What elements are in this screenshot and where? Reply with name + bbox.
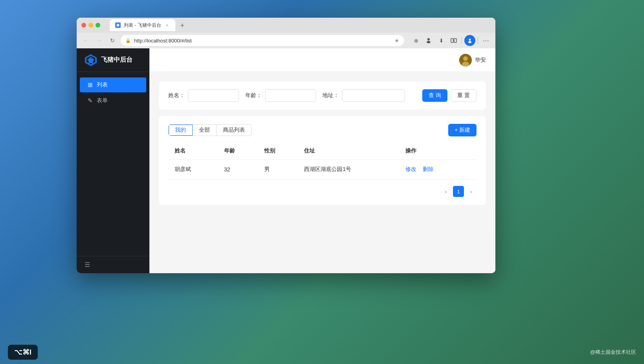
address-bar: ← → ↻ 🔒 http://localhost:8000/#/list ★ ⊕… <box>77 33 495 48</box>
sidebar-item-list-label: 列表 <box>97 81 108 88</box>
table-card: 我的 全部 商品列表 + 新建 姓名 年龄 性别 <box>159 116 486 205</box>
name-field: 姓名： <box>168 89 239 102</box>
col-header-address: 住址 <box>298 143 399 160</box>
edit-button[interactable]: 修改 <box>405 166 416 172</box>
tab-title: 列表 - 飞猪中后台 <box>124 22 161 29</box>
sidebar-toggle-button[interactable] <box>448 35 459 46</box>
sidebar-item-list[interactable]: ⊞ 列表 <box>80 77 146 92</box>
query-button[interactable]: 查 询 <box>422 89 447 102</box>
tab-favicon <box>115 22 121 28</box>
svg-marker-0 <box>116 24 120 27</box>
separator2 <box>478 37 478 44</box>
bookmark-icon: ★ <box>394 37 399 44</box>
user-name: 华安 <box>475 57 486 64</box>
browser-chrome: 列表 - 飞猪中后台 × + ← → ↻ 🔒 http://localhost:… <box>77 18 495 48</box>
svg-rect-4 <box>454 39 456 42</box>
tab-all-button[interactable]: 全部 <box>193 125 217 136</box>
col-header-actions: 操作 <box>399 143 477 160</box>
col-header-gender: 性别 <box>258 143 298 160</box>
profile-icon[interactable] <box>423 35 434 46</box>
sidebar-bottom: ☰ <box>77 256 149 273</box>
new-tab-button[interactable]: + <box>177 20 188 31</box>
app-logo-icon <box>85 54 97 66</box>
title-bar: 列表 - 飞猪中后台 × + <box>77 18 495 33</box>
browser-actions: ⊕ ⬇ <box>410 35 491 46</box>
address-field: 地址： <box>322 89 405 102</box>
pagination: ‹ 1 › <box>168 186 477 197</box>
separator <box>462 37 462 44</box>
form-nav-icon: ✎ <box>88 97 93 104</box>
tab-group: 我的 全部 商品列表 <box>168 124 252 136</box>
sidebar-collapse-button[interactable]: ☰ <box>85 261 90 268</box>
pagination-page-1-button[interactable]: 1 <box>453 186 464 197</box>
age-input[interactable] <box>265 89 316 102</box>
sidebar-logo: 飞猪中后台 <box>77 48 149 72</box>
main-header: 华安 <box>149 48 495 72</box>
bottom-bar: ⌥⌘I @稀土掘金技术社区 <box>0 340 644 364</box>
pagination-next-button[interactable]: › <box>466 186 477 197</box>
table-header: 姓名 年龄 性别 住址 操作 <box>168 143 477 160</box>
address-input[interactable] <box>342 89 405 102</box>
svg-rect-3 <box>451 39 453 42</box>
back-button[interactable]: ← <box>81 35 91 46</box>
table-toolbar: 我的 全部 商品列表 + 新建 <box>168 124 477 136</box>
search-form: 姓名： 年龄： 地址： 查 询 重 置 <box>159 81 486 110</box>
age-label: 年龄： <box>245 92 262 99</box>
watermark: @稀土掘金技术社区 <box>590 349 636 356</box>
tab-products-button[interactable]: 商品列表 <box>217 125 251 136</box>
tab-close-button[interactable]: × <box>164 22 170 28</box>
form-actions: 查 询 重 置 <box>422 89 477 102</box>
downloads-button[interactable]: ⬇ <box>436 35 447 46</box>
table-body: 胡彦斌 32 男 西湖区湖底公园1号 修改 删除 <box>168 160 477 180</box>
delete-button[interactable]: 删除 <box>423 166 434 172</box>
extensions-button[interactable]: ⊕ <box>410 35 421 46</box>
minimize-window-button[interactable] <box>88 23 93 28</box>
user-profile-button[interactable] <box>464 35 475 46</box>
tab-mine-button[interactable]: 我的 <box>169 125 193 136</box>
reset-button[interactable]: 重 置 <box>451 89 477 102</box>
reload-button[interactable]: ↻ <box>107 35 118 46</box>
security-icon: 🔒 <box>125 38 131 43</box>
browser-window: 列表 - 飞猪中后台 × + ← → ↻ 🔒 http://localhost:… <box>77 18 495 273</box>
name-input[interactable] <box>188 89 239 102</box>
sidebar: 飞猪中后台 ⊞ 列表 ✎ 表单 ☰ <box>77 48 149 273</box>
sidebar-item-form[interactable]: ✎ 表单 <box>80 93 146 108</box>
sidebar-item-form-label: 表单 <box>97 97 108 104</box>
new-record-button[interactable]: + 新建 <box>448 124 477 136</box>
user-info[interactable]: 华安 <box>459 54 486 66</box>
cell-age: 32 <box>218 160 258 180</box>
app-content: 飞猪中后台 ⊞ 列表 ✎ 表单 ☰ <box>77 48 495 273</box>
cell-actions: 修改 删除 <box>399 160 477 180</box>
address-label: 地址： <box>322 92 339 99</box>
tab-bar: 列表 - 飞猪中后台 × + <box>110 19 491 31</box>
active-browser-tab[interactable]: 列表 - 飞猪中后台 × <box>110 19 175 31</box>
table-header-row: 姓名 年龄 性别 住址 操作 <box>168 143 477 160</box>
cell-address: 西湖区湖底公园1号 <box>298 160 399 180</box>
close-window-button[interactable] <box>81 23 86 28</box>
table-row: 胡彦斌 32 男 西湖区湖底公园1号 修改 删除 <box>168 160 477 180</box>
forward-button[interactable]: → <box>94 35 104 46</box>
data-table: 姓名 年龄 性别 住址 操作 胡彦斌 32 男 <box>168 143 477 180</box>
name-label: 姓名： <box>168 92 185 99</box>
sidebar-navigation: ⊞ 列表 ✎ 表单 <box>77 72 149 256</box>
url-text: http://localhost:8000/#/list <box>134 38 192 44</box>
traffic-lights <box>81 23 100 28</box>
page-body: 姓名： 年龄： 地址： 查 询 重 置 <box>149 72 495 273</box>
user-avatar <box>459 54 472 66</box>
maximize-window-button[interactable] <box>96 23 100 28</box>
col-header-name: 姓名 <box>168 143 218 160</box>
col-header-age: 年龄 <box>218 143 258 160</box>
svg-point-1 <box>427 38 430 40</box>
list-nav-icon: ⊞ <box>88 81 93 88</box>
cell-gender: 男 <box>258 160 298 180</box>
main-content: 华安 姓名： 年龄： 地址： <box>149 48 495 273</box>
cell-name: 胡彦斌 <box>168 160 218 180</box>
keyboard-shortcut: ⌥⌘I <box>8 345 38 360</box>
svg-point-5 <box>469 39 471 41</box>
age-field: 年龄： <box>245 89 316 102</box>
svg-point-13 <box>462 62 469 66</box>
pagination-prev-button[interactable]: ‹ <box>440 186 451 197</box>
url-bar[interactable]: 🔒 http://localhost:8000/#/list ★ <box>121 35 404 46</box>
svg-point-2 <box>427 41 431 43</box>
more-options-button[interactable]: ⋯ <box>480 35 491 46</box>
